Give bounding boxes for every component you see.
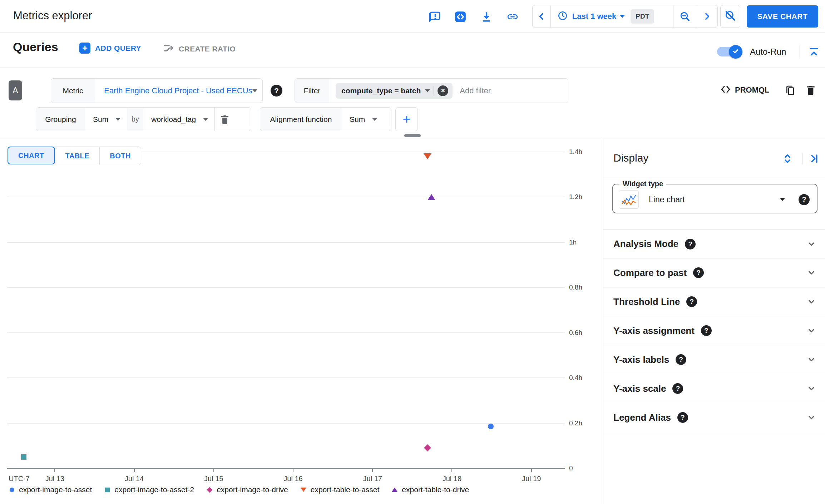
legend-marker-diamond bbox=[207, 487, 212, 493]
grouping-select[interactable]: Sum bbox=[85, 108, 127, 131]
chevron-down-icon[interactable] bbox=[806, 267, 817, 278]
auto-run-toggle-thumb[interactable] bbox=[729, 45, 742, 59]
add-processing-step-button[interactable]: + bbox=[395, 107, 418, 131]
gridline bbox=[7, 332, 565, 333]
delete-query-icon[interactable] bbox=[804, 83, 818, 97]
chevron-down-icon bbox=[780, 198, 785, 201]
legend-item-export-image-to-asset[interactable]: export-image-to-asset bbox=[9, 485, 92, 494]
legend-marker bbox=[391, 486, 398, 493]
y-axis-label: 1.2h bbox=[569, 193, 594, 201]
by-field-select[interactable]: workload_tag bbox=[143, 108, 214, 131]
chevron-down-icon[interactable] bbox=[806, 354, 817, 365]
section-title: Y-axis labels bbox=[613, 354, 669, 365]
legend-label: export-table-to-drive bbox=[402, 485, 469, 494]
legend-item-export-image-to-asset-2[interactable]: export-image-to-asset-2 bbox=[104, 485, 194, 494]
clock-icon bbox=[557, 10, 568, 23]
alignment-field: Alignment function Sum bbox=[260, 107, 391, 131]
zoom-out-button[interactable] bbox=[673, 5, 696, 28]
resize-handle[interactable] bbox=[404, 134, 421, 137]
legend-label: export-table-to-asset bbox=[311, 485, 380, 494]
link-icon[interactable] bbox=[505, 10, 520, 24]
view-tabs: CHARTTABLEBOTH bbox=[8, 147, 141, 165]
promql-button[interactable]: PROMQL bbox=[720, 84, 770, 97]
filter-chip[interactable]: compute_type = batch ✕ bbox=[336, 83, 453, 99]
timezone-axis-label: UTC-7 bbox=[9, 475, 30, 483]
chevron-down-icon[interactable] bbox=[806, 325, 817, 336]
remove-filter-icon[interactable]: ✕ bbox=[438, 85, 448, 96]
section-y-axis-labels[interactable]: Y-axis labels? bbox=[603, 345, 825, 374]
copy-icon[interactable] bbox=[784, 84, 797, 97]
section-legend-alias[interactable]: Legend Alias? bbox=[603, 403, 825, 432]
divider bbox=[434, 86, 434, 96]
section-y-axis-scale[interactable]: Y-axis scale? bbox=[603, 374, 825, 403]
help-icon[interactable]: ? bbox=[685, 239, 696, 249]
x-axis-label: Jul 15 bbox=[192, 475, 235, 483]
divider bbox=[802, 153, 802, 165]
gridline bbox=[7, 242, 565, 243]
download-icon[interactable] bbox=[479, 10, 494, 24]
section-compare-to-past[interactable]: Compare to past? bbox=[603, 258, 825, 287]
time-range-selector[interactable]: Last 1 week PDT bbox=[550, 5, 673, 28]
widget-type-value: Line chart bbox=[649, 195, 685, 204]
section-title: Threshold Line bbox=[613, 296, 680, 307]
feedback-icon[interactable] bbox=[428, 10, 442, 24]
tab-both[interactable]: BOTH bbox=[99, 147, 141, 165]
tab-chart[interactable]: CHART bbox=[8, 147, 55, 164]
widget-type-select[interactable]: Line chart ? bbox=[613, 188, 817, 211]
metric-help-icon[interactable]: ? bbox=[271, 85, 282, 97]
legend-item-export-image-to-drive[interactable]: export-image-to-drive bbox=[206, 485, 288, 494]
filter-field: Filter compute_type = batch ✕ bbox=[295, 78, 568, 103]
legend-marker-circle bbox=[10, 488, 14, 492]
help-icon[interactable]: ? bbox=[701, 325, 712, 336]
create-ratio-button[interactable]: CREATE RATIO bbox=[163, 43, 236, 55]
section-y-axis-assignment[interactable]: Y-axis assignment? bbox=[603, 316, 825, 345]
page-title: Metrics explorer bbox=[13, 9, 92, 22]
chevron-down-icon[interactable] bbox=[806, 296, 817, 307]
chevron-down-icon bbox=[252, 89, 257, 92]
alignment-label: Alignment function bbox=[260, 108, 342, 131]
save-chart-button[interactable]: SAVE CHART bbox=[747, 5, 818, 28]
gridline bbox=[7, 423, 565, 424]
widget-type-help-icon[interactable]: ? bbox=[799, 194, 810, 205]
delete-grouping-icon[interactable] bbox=[215, 108, 235, 131]
add-query-button[interactable]: + ADD QUERY bbox=[79, 43, 141, 54]
section-threshold-line[interactable]: Threshold Line? bbox=[603, 287, 825, 316]
time-next-button[interactable] bbox=[696, 5, 717, 28]
legend-item-export-table-to-drive[interactable]: export-table-to-drive bbox=[391, 485, 469, 494]
add-filter-input[interactable] bbox=[453, 79, 568, 103]
chevron-down-icon[interactable] bbox=[806, 383, 817, 394]
auto-zoom-off-button[interactable] bbox=[720, 5, 740, 28]
help-icon[interactable]: ? bbox=[686, 296, 697, 307]
code-icon[interactable] bbox=[453, 10, 468, 24]
help-icon[interactable]: ? bbox=[676, 354, 686, 365]
time-prev-button[interactable] bbox=[533, 5, 550, 28]
timezone-chip[interactable]: PDT bbox=[631, 9, 654, 24]
help-icon[interactable]: ? bbox=[672, 383, 683, 394]
section-analysis-mode[interactable]: Analysis Mode? bbox=[603, 229, 825, 258]
query-editor: A Metric Earth Engine Cloud Project - Us… bbox=[0, 68, 825, 139]
legend-label: export-image-to-drive bbox=[217, 485, 288, 494]
query-letter-badge: A bbox=[9, 80, 22, 100]
grouping-label: Grouping bbox=[36, 108, 85, 131]
chevron-down-icon[interactable] bbox=[806, 412, 817, 423]
chevron-down-icon[interactable] bbox=[806, 239, 817, 249]
legend-item-export-table-to-asset[interactable]: export-table-to-asset bbox=[300, 485, 380, 494]
section-title: Analysis Mode bbox=[613, 238, 678, 249]
collapse-panel-icon[interactable] bbox=[807, 152, 821, 165]
x-axis-label: Jul 13 bbox=[33, 475, 76, 483]
help-icon[interactable]: ? bbox=[677, 412, 688, 423]
metric-select[interactable]: Earth Engine Cloud Project - Used EECUs bbox=[95, 79, 263, 103]
legend-marker bbox=[300, 486, 307, 493]
alignment-select[interactable]: Sum bbox=[342, 108, 384, 131]
gridline bbox=[7, 287, 565, 288]
promql-label: PROMQL bbox=[735, 85, 770, 95]
expand-all-icon[interactable] bbox=[781, 152, 794, 165]
plus-icon: + bbox=[79, 43, 90, 54]
tab-table[interactable]: TABLE bbox=[55, 147, 100, 165]
divider bbox=[603, 178, 825, 178]
help-icon[interactable]: ? bbox=[693, 267, 704, 278]
widget-type-label: Widget type bbox=[619, 180, 666, 188]
display-panel: Display Widget type Line chart ? Analysi… bbox=[603, 139, 825, 504]
x-axis-label: Jul 17 bbox=[351, 475, 394, 483]
collapse-queries-icon[interactable] bbox=[807, 45, 821, 59]
